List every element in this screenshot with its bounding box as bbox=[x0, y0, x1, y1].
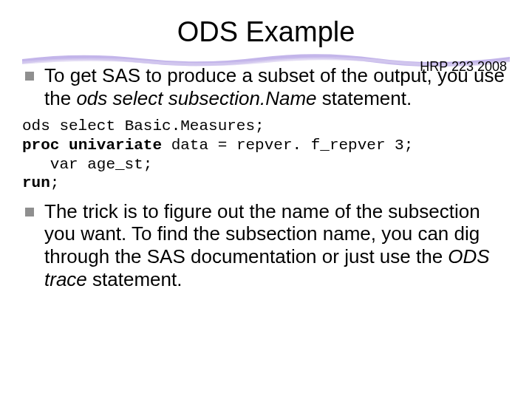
bullet-2: The trick is to figure out the name of t… bbox=[22, 200, 510, 291]
bullet-2-text: The trick is to figure out the name of t… bbox=[44, 200, 510, 291]
bullet-2-post: statement. bbox=[87, 268, 183, 290]
code-block: ods select Basic.Measures; proc univaria… bbox=[22, 117, 510, 192]
slide-title: ODS Example bbox=[22, 16, 510, 48]
code-l2-rest: data = repver. f_repver 3; bbox=[162, 137, 413, 154]
code-l1b: Basic.Measures; bbox=[125, 117, 265, 134]
code-l4-semi: ; bbox=[50, 174, 60, 191]
code-l3: var age_st; bbox=[22, 156, 152, 173]
code-l1a: ods select bbox=[22, 117, 125, 134]
course-tag: HRP 223 2008 bbox=[420, 59, 507, 75]
code-l4-run: run bbox=[22, 174, 50, 191]
bullet-2-pre: The trick is to figure out the name of t… bbox=[44, 200, 480, 267]
code-l2-proc: proc bbox=[22, 137, 59, 154]
bullet-1-post: statement. bbox=[317, 87, 412, 109]
code-l2-univariate: univariate bbox=[69, 137, 162, 154]
code-l2-sp bbox=[59, 137, 69, 154]
slide: ODS Example HRP 223 2008 To get SAS to p… bbox=[0, 0, 532, 399]
bullet-1-ods: ods select subsection.Name bbox=[76, 87, 316, 109]
bullet-marker-icon bbox=[25, 72, 34, 81]
bullet-marker-icon bbox=[25, 208, 34, 216]
